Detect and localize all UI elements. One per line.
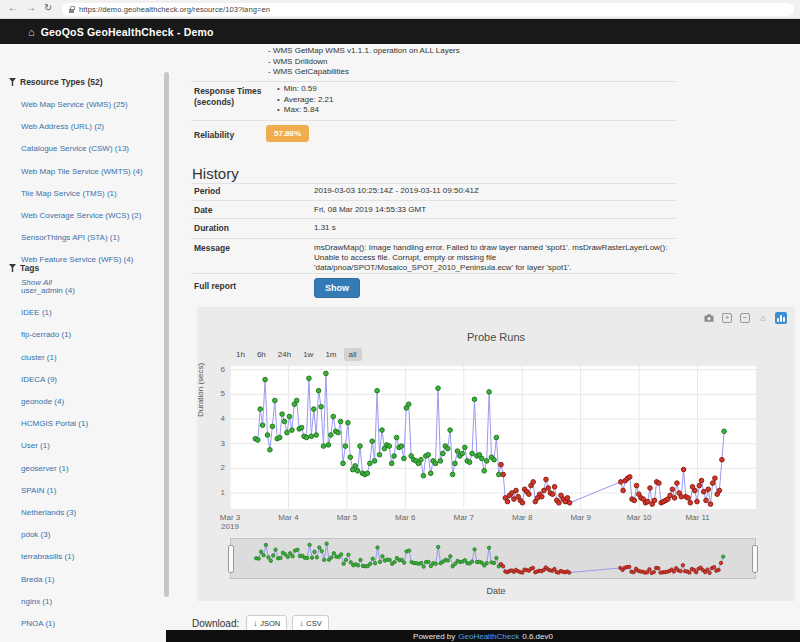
operation-item: - WMS GetMap WMS v1.1.1. operation on AL… xyxy=(268,46,460,57)
probe-runs-plot[interactable] xyxy=(230,366,756,509)
app-title[interactable]: GeoQoS GeoHealthCheck - Demo xyxy=(41,26,214,38)
plotly-logo-icon[interactable] xyxy=(775,312,787,324)
resource-type-link[interactable]: Web Address (URL) (2) xyxy=(21,122,104,131)
tag-link[interactable]: PNOA (1) xyxy=(21,619,55,628)
probe-runs-chart-card: + − ⌂ Probe Runs 1h6h24h1w1mall Duration… xyxy=(197,307,795,601)
tags-header: Tags xyxy=(9,262,157,274)
response-time-item: Average: 2.21 xyxy=(277,95,333,106)
sidebar-item: SensorThings API (STA) (1) xyxy=(9,225,157,247)
resource-type-link[interactable]: Web Map Tile Service (WMTS) (4) xyxy=(21,167,143,176)
tag-link[interactable]: pdok (3) xyxy=(21,530,50,539)
resource-type-link[interactable]: Catalogue Service (CSW) (13) xyxy=(21,144,129,153)
x-tick-label: Mar 32019 xyxy=(208,513,252,531)
sidebar-scrollbar[interactable] xyxy=(164,72,169,597)
history-row-label: Full report xyxy=(194,281,236,292)
app-navbar: ⌂ GeoQoS GeoHealthCheck - Demo xyxy=(0,19,800,44)
range-slider-left-handle[interactable] xyxy=(228,545,234,573)
zoom-out-icon[interactable]: − xyxy=(739,313,751,324)
sidebar-item: ICDE (1) xyxy=(9,633,157,642)
geohealthcheck-link[interactable]: GeoHealthCheck xyxy=(458,632,519,641)
camera-icon[interactable] xyxy=(703,313,715,324)
show-report-button[interactable]: Show xyxy=(314,278,360,298)
operation-item: - WMS Drilldown xyxy=(268,57,460,68)
padlock-icon xyxy=(69,9,74,13)
tag-link[interactable]: nginx (1) xyxy=(21,597,52,606)
resource-type-link[interactable]: Tile Map Service (TMS) (1) xyxy=(21,189,117,198)
history-row-label: Duration xyxy=(194,223,229,234)
divider xyxy=(191,120,677,121)
range-button-24h[interactable]: 24h xyxy=(273,348,296,361)
download-icon: ↓ xyxy=(253,619,257,628)
range-button-6h[interactable]: 6h xyxy=(252,348,271,361)
range-button-1w[interactable]: 1w xyxy=(298,348,318,361)
sidebar-item: HCMGIS Portal (1) xyxy=(9,411,157,433)
divider xyxy=(191,200,677,201)
browser-reload-icon[interactable]: ↻ xyxy=(44,2,52,13)
version-text: 0.6.dev0 xyxy=(522,632,553,641)
sidebar-item: Netherlands (3) xyxy=(9,500,157,522)
range-button-all[interactable]: all xyxy=(344,348,362,361)
tag-link[interactable]: fip-cerrado (1) xyxy=(21,330,71,339)
divider xyxy=(191,81,677,82)
address-bar[interactable]: https://demo.geohealthcheck.org/resource… xyxy=(62,3,794,16)
tag-link[interactable]: User (1) xyxy=(21,441,50,450)
range-slider-right-handle[interactable] xyxy=(752,545,758,573)
y-tick-label: 1 xyxy=(199,488,225,497)
tag-link[interactable]: terrabrasilis (1) xyxy=(21,552,74,561)
sidebar-item: IDECA (9) xyxy=(9,367,157,389)
resource-type-link[interactable]: SensorThings API (STA) (1) xyxy=(21,233,120,242)
zoom-in-icon[interactable]: + xyxy=(721,313,733,324)
tag-link[interactable]: Netherlands (3) xyxy=(21,508,76,517)
reset-axes-icon[interactable]: ⌂ xyxy=(757,313,769,324)
sidebar-item: user_admin (4) xyxy=(9,278,157,300)
tag-link[interactable]: geonode (4) xyxy=(21,397,64,406)
divider xyxy=(191,238,677,239)
range-button-1h[interactable]: 1h xyxy=(231,348,250,361)
x-tick-label: Mar 7 xyxy=(442,513,486,522)
x-tick-label: Mar 11 xyxy=(676,513,720,522)
tags-header-label: Tags xyxy=(20,263,39,273)
powered-by-text: Powered by xyxy=(413,632,455,641)
x-tick-label: Mar 10 xyxy=(617,513,661,522)
tag-link[interactable]: IDECA (9) xyxy=(21,375,57,384)
x-axis-label: Date xyxy=(197,586,795,596)
browser-forward-icon[interactable]: → xyxy=(26,2,36,13)
browser-back-icon[interactable]: ← xyxy=(8,2,18,13)
y-tick-label: 2 xyxy=(199,463,225,472)
tag-link[interactable]: cluster (1) xyxy=(21,353,57,362)
range-slider[interactable] xyxy=(230,538,756,579)
tag-link[interactable]: user_admin (4) xyxy=(21,286,75,295)
resource-types-header-label: Resource Types (52) xyxy=(20,77,103,87)
history-row-value: 2019-03-03 10:25:14Z - 2019-03-11 09:50:… xyxy=(314,186,682,196)
tag-link[interactable]: geoserver (1) xyxy=(21,464,69,473)
history-row-value: Fri, 08 Mar 2019 14:55:33 GMT xyxy=(314,205,682,215)
sidebar-item: geoserver (1) xyxy=(9,456,157,478)
sidebar-item: Web Address (URL) (2) xyxy=(9,114,157,136)
sidebar-item: Catalogue Service (CSW) (13) xyxy=(9,136,157,158)
x-tick-label: Mar 9 xyxy=(559,513,603,522)
tags-section: Tags user_admin (4)IDEE (1)fip-cerrado (… xyxy=(9,262,157,642)
range-button-1m[interactable]: 1m xyxy=(320,348,341,361)
sidebar-item: User (1) xyxy=(9,433,157,455)
tag-link[interactable]: IDEE (1) xyxy=(21,308,52,317)
sidebar-item: nginx (1) xyxy=(9,589,157,611)
resource-type-link[interactable]: Web Coverage Service (WCS) (2) xyxy=(21,211,141,220)
resource-type-link[interactable]: Web Map Service (WMS) (25) xyxy=(21,100,128,109)
tag-link[interactable]: HCMGIS Portal (1) xyxy=(21,419,88,428)
history-row-value: 1.31 s xyxy=(314,223,682,233)
y-tick-label: 5 xyxy=(199,389,225,398)
tag-link[interactable]: Breda (1) xyxy=(21,575,54,584)
history-row-label: Date xyxy=(194,205,212,216)
resource-types-header: Resource Types (52) xyxy=(9,76,157,88)
resource-types-section: Resource Types (52) Web Map Service (WMS… xyxy=(9,76,157,292)
sidebar-item: Tile Map Service (TMS) (1) xyxy=(9,181,157,203)
home-icon[interactable]: ⌂ xyxy=(28,26,35,38)
sidebar-item: Web Map Service (WMS) (25) xyxy=(9,92,157,114)
response-times-values: Min: 0.59Average: 2.21Max: 5.84 xyxy=(277,84,333,116)
tag-link[interactable]: SPAIN (1) xyxy=(21,486,56,495)
download-icon: ↓ xyxy=(299,619,303,628)
y-tick-label: 4 xyxy=(199,414,225,423)
sidebar-item: SPAIN (1) xyxy=(9,478,157,500)
sidebar-item: cluster (1) xyxy=(9,345,157,367)
x-tick-label: Mar 4 xyxy=(266,513,310,522)
